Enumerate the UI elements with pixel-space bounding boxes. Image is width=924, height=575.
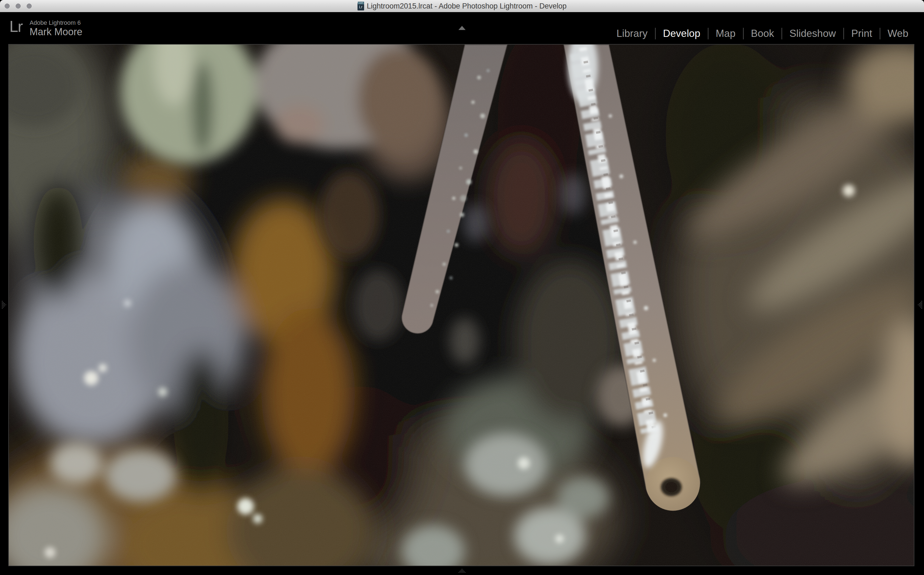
module-picker: Library Develop Map Book Slideshow Print… [609,12,916,44]
dotted-triangle-right-icon [2,300,6,309]
module-map[interactable]: Map [708,28,743,39]
triangle-up-icon [458,26,466,30]
top-panel-collapse-arrow[interactable] [455,26,469,32]
dotted-triangle-left-icon [918,300,922,309]
lightroom-logo: Lr [10,19,22,33]
minimize-button[interactable] [16,3,21,8]
photo-canvas[interactable] [8,44,914,566]
module-develop[interactable]: Develop [656,28,708,39]
module-library[interactable]: Library [609,28,655,39]
module-book[interactable]: Book [743,28,781,39]
module-print[interactable]: Print [844,28,880,39]
left-panel-reveal-arrow[interactable] [2,300,6,309]
identity-app-line: Adobe Lightroom 6 [30,19,82,26]
identity-plate: Lr Adobe Lightroom 6 Mark Moore [10,19,82,37]
catalog-file-icon: CAT Lr [358,2,364,10]
lightroom-window: CAT Lr Lightroom2015.lrcat - Adobe Photo… [0,0,924,575]
right-panel-reveal-arrow[interactable] [918,300,922,309]
zoom-button[interactable] [27,3,32,8]
module-web[interactable]: Web [880,28,916,39]
close-button[interactable] [5,3,10,8]
dotted-triangle-up-icon [458,569,466,573]
identity-user-name: Mark Moore [30,26,82,37]
photo-image [9,44,914,565]
window-title-group: CAT Lr Lightroom2015.lrcat - Adobe Photo… [358,0,566,12]
filmstrip-reveal-arrow[interactable] [458,569,466,573]
titlebar: CAT Lr Lightroom2015.lrcat - Adobe Photo… [0,0,924,13]
traffic-lights [5,0,32,12]
window-title: Lightroom2015.lrcat - Adobe Photoshop Li… [367,2,566,10]
module-slideshow[interactable]: Slideshow [782,28,843,39]
top-panel: Lr Adobe Lightroom 6 Mark Moore Library … [0,12,924,44]
